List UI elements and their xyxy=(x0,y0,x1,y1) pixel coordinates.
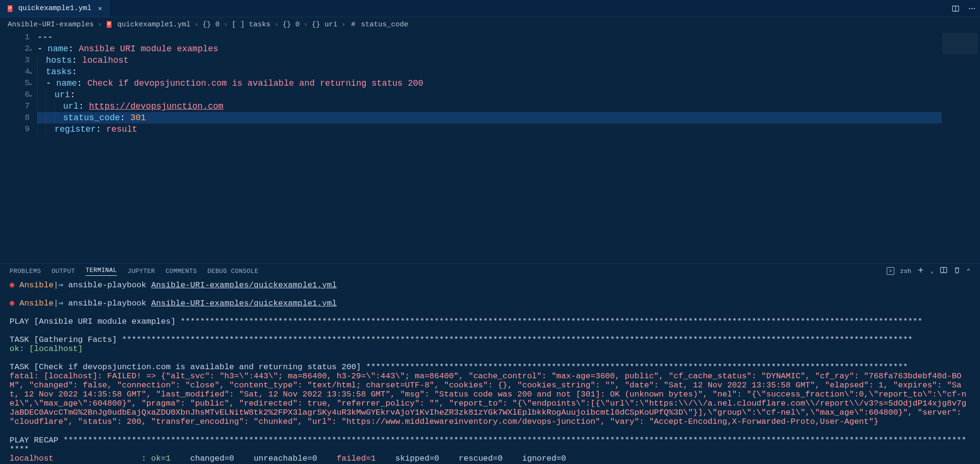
divider-stars: ****************************************… xyxy=(180,317,923,326)
chevron-right-icon: › xyxy=(194,21,199,29)
chevron-right-icon: › xyxy=(98,21,102,29)
dirty-indicator-icon: ◉ xyxy=(10,281,14,290)
panel-tabs: PROBLEMS OUTPUT TERMINAL JUPYTER COMMENT… xyxy=(0,263,980,279)
recap-host: localhost xyxy=(10,454,54,463)
svg-rect-10 xyxy=(108,23,111,23)
line-number: 6 xyxy=(0,89,30,101)
breadcrumb-segment[interactable]: status_code xyxy=(361,21,408,29)
play-header-prefix: PLAY [ xyxy=(10,317,39,326)
chevron-down-icon[interactable]: ⌄ xyxy=(26,78,35,89)
task-ok-line: ok: [localhost] xyxy=(10,344,83,353)
play-name: Ansible URI module examples xyxy=(39,317,170,326)
svg-point-7 xyxy=(971,8,973,9)
chevron-right-icon: › xyxy=(341,21,345,29)
code-line[interactable]: - name: Ansible URI module examples xyxy=(37,43,980,55)
tab-bar: quickexample1.yml ✕ xyxy=(0,0,980,17)
fold-gutter: ⌄ ⌄ ⌄ ⌄ xyxy=(26,32,35,263)
divider-stars: ****************************************… xyxy=(122,335,913,344)
tab-more-icon[interactable] xyxy=(964,0,980,17)
add-terminal-icon[interactable] xyxy=(917,266,924,276)
prompt-env: Ansible xyxy=(19,299,53,308)
chevron-down-icon[interactable]: ⌄ xyxy=(930,268,934,275)
svg-rect-3 xyxy=(9,9,11,9)
code-line[interactable]: status_code: 301 xyxy=(37,112,980,124)
code-line[interactable]: register: result xyxy=(37,124,980,135)
trash-icon[interactable] xyxy=(953,266,961,276)
recap-unreachable: unreachable=0 xyxy=(254,454,336,463)
prompt-sep: |⇒ xyxy=(54,281,68,290)
tab-problems[interactable]: PROBLEMS xyxy=(10,268,41,275)
chevron-right-icon: › xyxy=(223,21,228,29)
code-line[interactable]: --- xyxy=(37,32,980,43)
chevron-down-icon[interactable]: ⌄ xyxy=(26,66,35,78)
tab-comments[interactable]: COMMENTS xyxy=(166,268,197,275)
line-number: 2 xyxy=(0,43,30,55)
svg-rect-11 xyxy=(108,23,111,24)
yaml-file-icon xyxy=(7,5,14,12)
task-header-prefix: TASK [ xyxy=(10,362,39,372)
task-header-suffix: ] xyxy=(356,362,366,372)
chevron-right-icon: › xyxy=(303,21,308,29)
code-line[interactable]: - name: Check if devopsjunction.com is a… xyxy=(37,78,980,89)
breadcrumb-folder[interactable]: Ansible-URI-examples xyxy=(8,21,94,29)
recap-ignored: ignored=0 xyxy=(522,454,566,463)
command-text: ansible-playbook xyxy=(68,299,151,308)
line-number: 5 xyxy=(0,78,30,89)
prompt-env: Ansible xyxy=(19,281,53,290)
divider-stars: ****************************************… xyxy=(366,362,908,372)
command-path: Ansible-URI-examples/quickexample1.yml xyxy=(151,281,337,290)
command-path: Ansible-URI-examples/quickexample1.yml xyxy=(151,299,337,308)
code-line[interactable]: hosts: localhost xyxy=(37,55,980,66)
hash-icon: # xyxy=(349,21,357,28)
prompt-sep: |⇒ xyxy=(54,299,68,308)
line-number: 3 xyxy=(0,55,30,66)
recap-failed: failed=1 xyxy=(337,454,395,463)
tab-jupyter[interactable]: JUPYTER xyxy=(127,268,155,275)
play-header-suffix: ] xyxy=(171,317,180,326)
editor-tab-active[interactable]: quickexample1.yml ✕ xyxy=(0,0,109,17)
close-icon[interactable]: ✕ xyxy=(95,4,102,12)
code-area[interactable]: --- - name: Ansible URI module examples … xyxy=(37,32,980,263)
svg-point-8 xyxy=(974,8,975,9)
code-line[interactable]: uri: xyxy=(37,89,980,101)
panel: PROBLEMS OUTPUT TERMINAL JUPYTER COMMENT… xyxy=(0,263,980,464)
svg-rect-2 xyxy=(9,8,11,8)
breadcrumb-segment[interactable]: [ ] tasks xyxy=(232,21,270,29)
chevron-down-icon[interactable]: ⌄ xyxy=(26,43,35,55)
split-terminal-icon[interactable] xyxy=(940,266,947,276)
tab-debug[interactable]: DEBUG CONSOLE xyxy=(208,268,259,275)
code-line[interactable]: tasks: xyxy=(37,66,980,78)
terminal-output[interactable]: ◉ Ansible|⇒ ansible-playbook Ansible-URI… xyxy=(0,279,980,464)
task-name: Gathering Facts xyxy=(39,335,112,344)
code-line[interactable]: url: https://devopsjunction.com xyxy=(37,101,980,112)
recap-rescued: rescued=0 xyxy=(459,454,523,463)
tab-output[interactable]: OUTPUT xyxy=(52,268,75,275)
line-number: 9 xyxy=(0,124,30,135)
breadcrumb-segment[interactable]: {} 0 xyxy=(202,21,220,29)
chevron-up-icon[interactable]: ⌃ xyxy=(967,267,970,275)
chevron-right-icon: › xyxy=(274,21,278,29)
divider-stars: ****************************************… xyxy=(10,436,967,454)
recap-changed: changed=0 xyxy=(190,454,254,463)
recap-ok: : ok=1 xyxy=(141,454,190,463)
breadcrumb-segment[interactable]: {} uri xyxy=(312,21,337,29)
terminal-shell-label[interactable]: zsh xyxy=(900,268,911,275)
tab-filename: quickexample1.yml xyxy=(18,4,91,12)
breadcrumb-segment[interactable]: {} 0 xyxy=(282,21,300,29)
editor[interactable]: 1 2 3 4 5 6 7 8 9 ⌄ ⌄ ⌄ ⌄ --- - name: An… xyxy=(0,32,980,263)
command-text: ansible-playbook xyxy=(68,281,151,290)
chevron-down-icon[interactable]: ⌄ xyxy=(26,89,35,101)
split-editor-icon[interactable] xyxy=(947,0,964,17)
line-number: 8 xyxy=(0,112,30,124)
tab-terminal[interactable]: TERMINAL xyxy=(86,267,117,276)
recap-header: PLAY RECAP xyxy=(10,436,63,445)
svg-point-6 xyxy=(969,8,970,9)
task-header-prefix: TASK [ xyxy=(10,335,39,344)
breadcrumb-file[interactable]: quickexample1.yml xyxy=(117,21,190,29)
svg-rect-12 xyxy=(108,24,110,25)
recap-skipped: skipped=0 xyxy=(395,454,459,463)
line-number: 4 xyxy=(0,66,30,78)
breadcrumb[interactable]: Ansible-URI-examples › quickexample1.yml… xyxy=(0,17,980,32)
line-number: 7 xyxy=(0,101,30,112)
svg-rect-1 xyxy=(9,7,11,7)
